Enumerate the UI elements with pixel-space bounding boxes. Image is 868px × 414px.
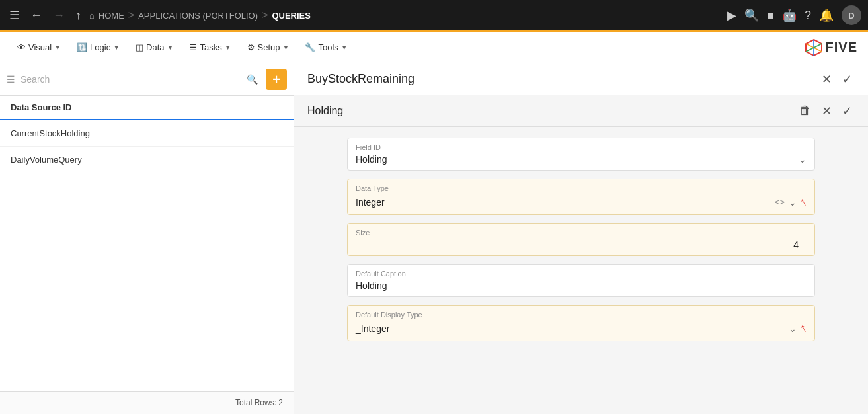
field-id-label: Field ID	[348, 138, 814, 153]
tasks-label: Tasks	[200, 42, 221, 52]
setup-arrow: ▼	[283, 44, 290, 51]
toolbar-data[interactable]: ◫ Data ▼	[129, 38, 180, 56]
toolbar: 👁 Visual ▼ 🔃 Logic ▼ ◫ Data ▼ ☰ Tasks ▼ …	[0, 32, 868, 63]
home-label[interactable]: HOME	[99, 11, 124, 21]
help-icon[interactable]: ?	[805, 9, 811, 22]
app-logo: FIVE	[805, 38, 857, 57]
toolbar-setup[interactable]: ⚙ Setup ▼	[241, 38, 296, 56]
visual-label: Visual	[28, 42, 52, 52]
close-field-icon[interactable]: ✕	[819, 101, 834, 121]
display-type-icons: ⌄ ↑	[789, 321, 807, 335]
default-display-type-group: Default Display Type _Integer ⌄ ↑	[347, 305, 815, 341]
size-label: Size	[348, 224, 814, 238]
default-caption-label: Default Caption	[348, 265, 814, 279]
default-display-type-label: Default Display Type	[348, 306, 814, 320]
field-id-value: Holding ⌄	[348, 153, 814, 170]
tools-arrow: ▼	[341, 44, 348, 51]
list-header: Data Source ID	[0, 96, 294, 120]
search-icon[interactable]: 🔍	[744, 8, 759, 22]
forward-icon[interactable]: →	[50, 6, 67, 25]
data-type-label: Data Type	[348, 179, 814, 194]
filter-icon: ☰	[7, 74, 15, 85]
search-input[interactable]	[20, 74, 239, 85]
toolbar-logic[interactable]: 🔃 Logic ▼	[70, 38, 126, 56]
data-type-value: Integer <> ⌄ ↑	[348, 194, 814, 214]
toolbar-visual[interactable]: 👁 Visual ▼	[11, 38, 67, 56]
default-caption-value: Holding	[348, 279, 814, 296]
red-arrow-data-type: ↑	[797, 194, 809, 210]
stop-icon[interactable]: ■	[767, 9, 774, 22]
five-logo-icon	[805, 38, 823, 57]
back-icon[interactable]: ←	[28, 6, 45, 25]
logic-arrow: ▼	[113, 44, 120, 51]
setup-label: Setup	[258, 42, 280, 52]
query-header: BuyStockRemaining ✕ ✓	[294, 63, 868, 95]
toolbar-tasks[interactable]: ☰ Tasks ▼	[182, 38, 237, 56]
field-panel-title: Holding	[307, 105, 791, 117]
field-id-text: Holding	[356, 154, 387, 165]
left-panel: ☰ 🔍 + Data Source ID CurrentStockHolding…	[0, 63, 294, 414]
size-value-row: 4	[348, 238, 814, 255]
right-panel: BuyStockRemaining ✕ ✓ Holding 🗑 ✕ ✓ Fiel…	[294, 63, 868, 414]
menu-icon[interactable]: ☰	[7, 5, 22, 25]
field-panel-header: Holding 🗑 ✕ ✓	[294, 95, 868, 127]
nav-left: ☰ ← → ↑ ⌂ HOME > APPLICATIONS (PORTFOLIO…	[7, 5, 722, 25]
setup-icon: ⚙	[247, 42, 255, 52]
code-icon: <>	[775, 197, 785, 207]
visual-arrow: ▼	[54, 44, 61, 51]
field-id-chevron[interactable]: ⌄	[799, 154, 807, 165]
applications-label[interactable]: APPLICATIONS (PORTFOLIO)	[138, 11, 258, 21]
field-id-group: Field ID Holding ⌄	[347, 138, 815, 171]
up-icon[interactable]: ↑	[73, 6, 84, 25]
size-right: 4	[356, 239, 807, 250]
default-display-type-text: _Integer	[356, 323, 389, 334]
robot-icon[interactable]: 🤖	[782, 8, 797, 22]
data-arrow: ▼	[167, 44, 174, 51]
save-field-icon[interactable]: ✓	[840, 101, 855, 121]
toolbar-tools[interactable]: 🔧 Tools ▼	[298, 38, 354, 56]
top-navigation: ☰ ← → ↑ ⌂ HOME > APPLICATIONS (PORTFOLIO…	[0, 0, 868, 32]
main-area: ☰ 🔍 + Data Source ID CurrentStockHolding…	[0, 63, 868, 414]
current-page-label: QUERIES	[272, 11, 311, 21]
add-button[interactable]: +	[266, 69, 287, 90]
five-logo-text: FIVE	[826, 40, 857, 55]
play-icon[interactable]: ▶	[727, 8, 736, 22]
tools-icon: 🔧	[305, 42, 315, 52]
query-title: BuyStockRemaining	[307, 72, 814, 86]
data-type-text: Integer	[356, 197, 385, 208]
data-icon: ◫	[136, 42, 143, 52]
display-type-chevron[interactable]: ⌄	[789, 323, 797, 334]
close-query-icon[interactable]: ✕	[819, 69, 834, 89]
logic-icon: 🔃	[77, 42, 87, 52]
default-caption-text: Holding	[356, 280, 387, 291]
home-icon: ⌂	[89, 11, 95, 21]
data-label: Data	[146, 42, 164, 52]
data-type-chevron[interactable]: ⌄	[789, 197, 797, 208]
delete-field-icon[interactable]: 🗑	[797, 101, 814, 120]
sep2: >	[262, 9, 268, 21]
data-type-icons: <> ⌄ ↑	[775, 195, 807, 209]
red-arrow-display-type: ↑	[797, 321, 809, 336]
eye-icon: 👁	[17, 42, 26, 52]
tasks-icon: ☰	[189, 42, 197, 52]
list-item[interactable]: DailyVolumeQuery	[0, 147, 294, 173]
logic-label: Logic	[90, 42, 110, 52]
breadcrumb: ⌂ HOME > APPLICATIONS (PORTFOLIO) > QUER…	[89, 9, 311, 21]
nav-right: ▶ 🔍 ■ 🤖 ? 🔔 D	[727, 5, 861, 25]
bell-icon[interactable]: 🔔	[819, 8, 834, 22]
size-text: 4	[793, 239, 807, 250]
search-bar: ☰ 🔍 +	[0, 63, 294, 96]
list-item[interactable]: CurrentStockHolding	[0, 120, 294, 147]
search-button[interactable]: 🔍	[244, 73, 260, 86]
save-query-icon[interactable]: ✓	[840, 69, 855, 89]
list-footer: Total Rows: 2	[0, 391, 294, 414]
sep1: >	[128, 9, 134, 21]
list-items: CurrentStockHolding DailyVolumeQuery	[0, 120, 294, 391]
form-body: Field ID Holding ⌄ Data Type Integer <> …	[294, 127, 868, 414]
tools-label: Tools	[318, 42, 338, 52]
data-type-group: Data Type Integer <> ⌄ ↑	[347, 179, 815, 215]
tasks-arrow: ▼	[225, 44, 231, 51]
user-avatar[interactable]: D	[842, 5, 861, 25]
size-group: Size 4	[347, 223, 815, 256]
default-caption-group: Default Caption Holding	[347, 264, 815, 297]
